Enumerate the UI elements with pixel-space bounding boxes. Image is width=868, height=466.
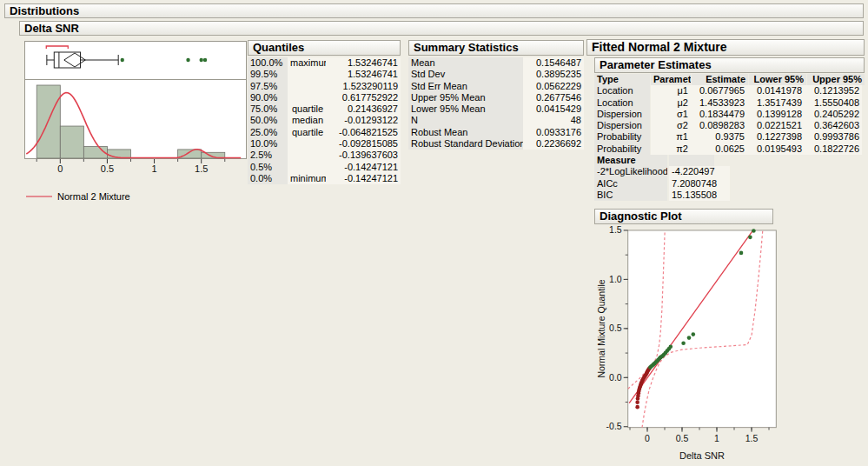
summary-statistics-table: Mean0.1546487Std Dev0.3895235Std Err Mea… [408,57,584,150]
qq-point [687,336,692,340]
summary-row: Lower 95% Mean0.0415429 [408,103,584,115]
x-tick-label: 0.5 [676,433,689,443]
param-row: Probabilityπ10.93750.12273980.9993786 [594,131,865,143]
quantile-name-cell [288,150,326,161]
param-row: Dispersionσ20.08982830.02215210.3642603 [594,120,865,131]
quantile-name-cell [288,81,326,92]
fit-legend: Normal 2 Mixture [26,191,130,202]
measure-row: BIC15.135508 [594,190,865,201]
param-estimate-cell: 0.0625 [691,143,747,155]
histogram-bar [60,126,83,158]
summary-row: Robust Standard Deviation0.2236692 [408,138,584,150]
qq-point [681,341,686,345]
summary-value-cell: 0.2236692 [523,138,584,150]
outline-header-delta-snr[interactable]: Delta SNR [19,21,864,36]
quantile-name-cell: quartile [288,103,326,115]
quantiles-row: 90.0%0.617752922 [248,92,401,103]
distributions-title: Distributions [10,4,79,17]
quantiles-row: 100.0%maximum1.53246741 [248,57,401,69]
outline-header-summary-statistics[interactable]: Summary Statistics [408,40,584,56]
summary-row: N48 [408,115,584,126]
param-name-cell: π1 [651,131,691,143]
summary-value-cell: 0.0562229 [523,81,584,92]
summary-label-cell: Upper 95% Mean [408,92,523,103]
parameter-estimates-title: Parameter Estimates [600,58,712,71]
qq-point [635,400,639,404]
param-estimate-cell: 1.4533923 [691,97,747,109]
quantile-value-cell: 1.53246741 [326,57,401,69]
param-upper95-cell: 0.3642603 [805,120,862,131]
qq-point [748,236,752,240]
qq-point [669,344,673,349]
param-header-cell: Upper 95% [807,74,865,85]
quantile-name-cell [288,138,326,150]
measure-row: -2*LogLikelihood-4.220497 [594,166,865,177]
param-upper95-cell: 0.1213952 [805,85,862,97]
param-lower95-cell: 0.0221521 [747,120,805,131]
quantiles-row: 25.0%quartile-0.064821525 [248,127,401,138]
outlier-point [203,58,207,62]
summary-row: Upper 95% Mean0.2677546 [408,92,584,103]
param-type-cell: Probability [594,143,650,155]
quantile-name-cell: maximum [288,57,326,69]
quantiles-row: 97.5%1.523290119 [248,81,401,92]
x-tick-label: 0 [645,433,650,443]
summary-value-cell: 0.0415429 [523,103,584,115]
param-upper95-cell: 0.9993786 [805,131,862,143]
param-estimate-cell: 0.0677965 [691,85,747,97]
summary-row: Mean0.1546487 [408,57,584,69]
summary-value-cell: 48 [523,115,584,126]
measure-value-cell: 7.2080748 [669,178,730,190]
diagnostic-qq-plot[interactable]: -0.50.00.51.01.500.511.5Normal Mixture Q… [594,224,796,466]
outlier-point [186,58,189,62]
quantiles-row: 50.0%median-0.01293122 [248,115,401,126]
jmp-distributions-report: Distributions Delta SNR 00.511.5 Normal … [0,0,868,466]
param-row: Locationμ10.06779650.01419780.1213952 [594,85,865,97]
param-row: Locationμ21.45339231.35174391.5550408 [594,97,865,109]
outline-header-parameter-estimates[interactable]: Parameter Estimates [594,57,865,73]
param-estimate-cell: 0.0898283 [691,120,747,131]
y-tick-label: -0.5 [606,421,622,431]
outline-header-fitted-normal-2-mixture[interactable]: Fitted Normal 2 Mixture [586,39,865,56]
param-row: Dispersionσ10.18344790.13991280.2405292 [594,109,865,120]
measure-label-cell: BIC [594,190,667,201]
quantiles-row: 75.0%quartile0.21436927 [248,103,401,115]
outline-header-distributions[interactable]: Distributions [4,3,864,18]
quantiles-row: 2.5%-0.139637603 [248,150,401,161]
quantile-value-cell: -0.139637603 [326,150,401,161]
quantiles-table: 100.0%maximum1.5324674199.5%1.5324674197… [248,57,401,184]
quantile-value-cell: -0.064821525 [326,127,401,138]
parameter-estimates-table: TypeParameterEstimateLower 95%Upper 95%L… [594,74,865,201]
param-estimate-cell: 0.1834479 [691,109,747,120]
x-tick-label: 0.5 [101,163,114,174]
quantile-pct-cell: 99.5% [248,69,288,80]
x-tick-label: 1 [152,163,157,174]
diagnostic-plot-title: Diagnostic Plot [600,210,682,223]
outline-header-diagnostic-plot[interactable]: Diagnostic Plot [594,209,773,224]
summary-value-cell: 0.2677546 [523,92,584,103]
quantiles-row: 10.0%-0.092815085 [248,138,401,150]
x-tick-label: 1 [714,433,719,443]
outlier-point [200,58,203,62]
param-name-cell: σ1 [651,109,691,120]
qq-y-axis-label: Normal Mixture Quantile [596,279,606,377]
quantile-name-cell [288,92,326,103]
quantile-value-cell: 1.53246741 [326,69,401,80]
param-name-cell: μ1 [651,85,691,97]
summary-value-cell: 0.0933176 [523,127,584,138]
delta-snr-title: Delta SNR [24,22,79,35]
outline-header-quantiles[interactable]: Quantiles [248,40,401,56]
param-type-cell: Dispersion [594,109,650,120]
param-type-cell: Location [594,97,650,109]
param-header-row: TypeParameterEstimateLower 95%Upper 95% [594,74,865,85]
summary-label-cell: Lower 95% Mean [408,103,523,115]
quantile-name-cell [288,69,326,80]
quantile-pct-cell: 0.5% [248,162,288,173]
quantile-name-cell [288,162,326,173]
x-tick-label: 1.5 [195,163,208,174]
summary-row: Std Dev0.3895235 [408,69,584,80]
measure-row: AICc7.2080748 [594,178,865,190]
quantile-pct-cell: 10.0% [248,138,288,150]
histogram-and-boxplot-chart[interactable]: 00.511.5 [24,41,248,178]
quantile-pct-cell: 100.0% [248,57,288,69]
